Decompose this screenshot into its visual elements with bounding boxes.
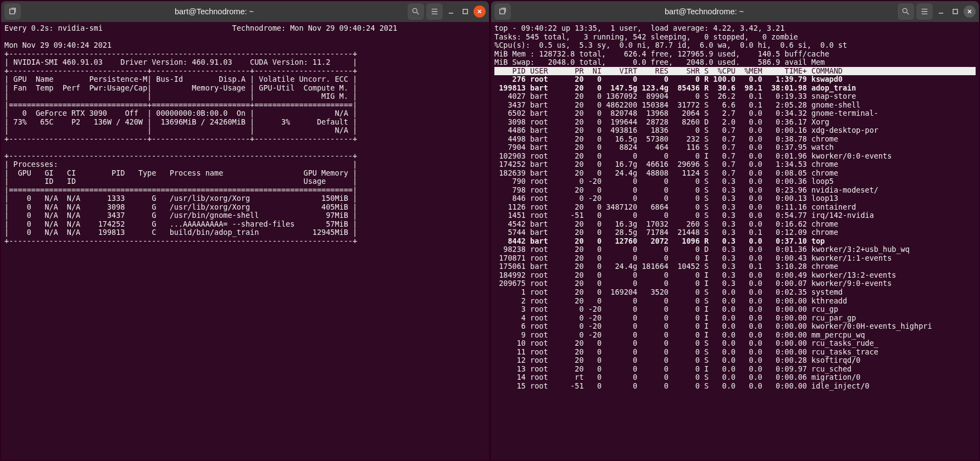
hamburger-icon [431,8,438,15]
top-row: 12 root 20 0 0 0 0 S 0.0 0.0 0:00.28 kso… [494,356,976,365]
top-row: 4 root 0 -20 0 0 0 I 0.0 0.0 0:00.00 rcu… [494,314,976,323]
top-row: 3 root 0 -20 0 0 0 I 0.0 0.0 0:00.00 rcu… [494,305,976,314]
top-row: 9 root 0 -20 0 0 0 I 0.0 0.0 0:00.00 mm_… [494,331,976,340]
svg-rect-5 [953,9,957,14]
top-row: 276 root 20 0 0 0 0 R 100.0 0.0 1:39.79 … [494,75,976,84]
terminal-content-left[interactable]: Every 0.2s: nvidia-smi Technodrome: Mon … [1,22,489,460]
top-row: 170871 root 20 0 0 0 0 I 0.3 0.0 0:00.43… [494,254,976,263]
top-row: 6502 bart 20 0 820748 13968 2064 S 2.7 0… [494,109,976,118]
terminal-window-left: bart@Technodrome: ~ Every 0.2s: nvidia-s… [1,1,489,460]
menu-button[interactable] [916,3,933,20]
top-row: 798 root 20 0 0 0 0 S 0.3 0.0 0:23.96 nv… [494,186,976,195]
svg-rect-0 [10,9,15,14]
maximize-icon [952,8,959,15]
top-row: 209675 root 20 0 0 0 0 I 0.3 0.0 0:00.07… [494,279,976,288]
new-tab-icon [499,8,506,15]
top-row: 15 root -51 0 0 0 0 S 0.0 0.0 0:00.00 id… [494,382,976,391]
top-row: 175061 bart 20 0 24.4g 181664 10452 S 0.… [494,262,976,271]
top-row: 8442 bart 20 0 12760 2072 1096 R 0.3 0.0… [494,237,976,246]
maximize-button[interactable] [459,5,471,18]
maximize-button[interactable] [949,5,961,18]
top-row: 13 root 20 0 0 0 0 I 0.0 0.0 0:09.97 rcu… [494,365,976,374]
top-row: Tasks: 545 total, 3 running, 542 sleepin… [494,33,976,42]
search-button[interactable] [898,3,914,20]
top-row: 846 root 0 -20 0 0 0 S 0.3 0.0 0:00.13 l… [494,194,976,203]
svg-rect-3 [500,9,505,14]
svg-point-1 [413,8,417,13]
top-row: 4027 bart 20 0 1367092 89904 0 S 26.2 0.… [494,92,976,101]
top-row: 11 root 20 0 0 0 0 S 0.0 0.0 0:00.00 rcu… [494,348,976,357]
titlebar-right: bart@Technodrome: ~ [491,1,979,22]
top-row: %Cpu(s): 0.5 us, 5.3 sy, 0.0 ni, 87.7 id… [494,41,976,50]
search-icon [412,8,420,15]
search-button[interactable] [408,3,424,20]
top-row: 4542 bart 20 0 16.3g 17032 260 S 0.3 0.0… [494,220,976,229]
top-row: 10 root 20 0 0 0 0 S 0.0 0.0 0:00.00 rcu… [494,339,976,348]
minimize-button[interactable] [935,5,947,18]
top-row: 4486 bart 20 0 493816 1836 0 S 0.7 0.0 0… [494,126,976,135]
hamburger-icon [921,8,928,15]
svg-rect-2 [463,9,467,14]
new-tab-button[interactable] [4,3,21,20]
top-row: 4498 bart 20 0 16.5g 57380 232 S 0.7 0.0… [494,135,976,144]
top-row: 184992 root 20 0 0 0 0 I 0.3 0.0 0:00.49… [494,271,976,280]
minimize-button[interactable] [445,5,457,18]
maximize-icon [462,8,469,15]
top-row: 6 root 0 -20 0 0 0 I 0.0 0.0 0:00.00 kwo… [494,322,976,331]
terminal-content-right[interactable]: top - 09:40:22 up 13:35, 1 user, load av… [491,22,979,460]
top-row: 7904 bart 20 0 8824 464 116 S 0.7 0.0 0:… [494,143,976,152]
top-row: 182639 bart 20 0 24.4g 48808 1124 S 0.7 … [494,169,976,178]
close-button[interactable] [964,5,976,18]
top-row: 174252 bart 20 0 16.7g 46616 29696 S 0.7… [494,160,976,169]
top-row: MiB Swap: 2048.0 total, 0.0 free, 2048.0… [494,58,976,67]
svg-point-4 [903,8,907,13]
close-icon [966,8,973,15]
terminal-window-right: bart@Technodrome: ~ top - 09:40:22 up 13… [491,1,979,460]
top-row: 790 root 0 -20 0 0 0 S 0.3 0.0 0:00.36 l… [494,177,976,186]
close-icon [476,8,483,15]
top-row: 14 root rt 0 0 0 0 S 0.0 0.0 0:00.06 mig… [494,373,976,382]
search-icon [902,8,910,15]
top-row: 102903 root 20 0 0 0 0 I 0.7 0.0 0:01.96… [494,152,976,161]
top-row: 3437 bart 20 0 4862200 150384 31772 S 6.… [494,101,976,110]
window-title-right: bart@Technodrome: ~ [665,7,744,16]
titlebar-left: bart@Technodrome: ~ [1,1,489,22]
minimize-icon [938,8,944,15]
top-row: 1451 root -51 0 0 0 0 S 0.3 0.0 0:54.77 … [494,211,976,220]
top-row: 2 root 20 0 0 0 0 S 0.0 0.0 0:00.00 kthr… [494,297,976,306]
close-button[interactable] [474,5,486,18]
top-row: 5744 bart 20 0 28.5g 71784 21448 S 0.3 0… [494,228,976,237]
top-row: 199813 bart 20 0 147.5g 123.4g 85436 R 3… [494,84,976,93]
top-row: MiB Mem : 128732.8 total, 626.4 free, 12… [494,50,976,59]
window-title-left: bart@Technodrome: ~ [175,7,254,16]
top-row: top - 09:40:22 up 13:35, 1 user, load av… [494,24,976,33]
top-row: 1 root 20 0 169204 3520 0 S 0.0 0.0 0:02… [494,288,976,297]
new-tab-icon [9,8,16,15]
top-header-row: PID USER PR NI VIRT RES SHR S %CPU %MEM … [494,67,976,76]
new-tab-button[interactable] [494,3,511,20]
top-row: 1126 root 20 0 3487120 6864 0 S 0.3 0.0 … [494,203,976,212]
minimize-icon [448,8,454,15]
top-row: 98238 root 20 0 0 0 0 D 0.3 0.0 0:01.36 … [494,245,976,254]
top-row: 3098 root 20 0 199644 28728 8260 D 2.0 0… [494,118,976,127]
menu-button[interactable] [426,3,443,20]
